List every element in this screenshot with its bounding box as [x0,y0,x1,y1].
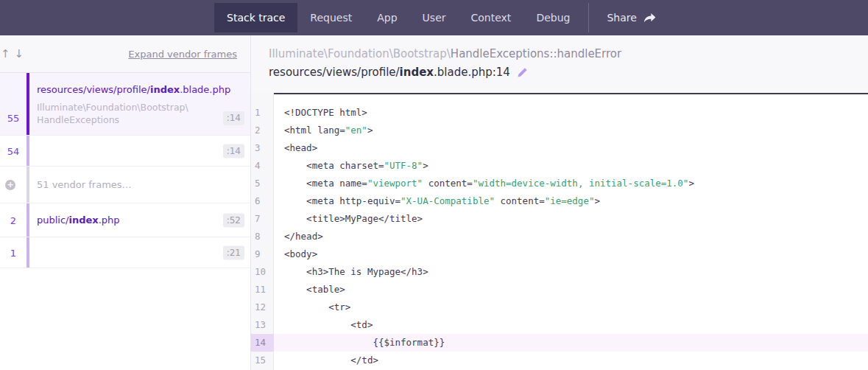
vendor-frames-group[interactable]: +51 vendor frames… [0,167,250,203]
code-line-text: <td> [274,316,868,334]
code-line-text: <!DOCTYPE html> [274,104,868,122]
stack-frame-55[interactable]: 55resources/views/profile/index.blade.ph… [0,73,250,136]
stack-frame-list: 55resources/views/profile/index.blade.ph… [0,73,250,268]
code-line-text: <meta name="viewport" content="width=dev… [274,175,868,192]
code-line-text: <head> [274,139,868,157]
frame-namespace: Illuminate\Foundation\Bootstrap\ [269,47,451,60]
tab-bar: Stack traceRequestAppUserContextDebug [214,0,582,35]
line-number-badge: :14 [223,144,244,158]
tab-user[interactable]: User [410,3,459,32]
arrow-up-icon[interactable]: ↑ [1,47,15,60]
code-line-11: 11 <table> [251,281,868,299]
frame-method: HandleExceptions::handleError [451,47,621,60]
gutter-line-number: 8 [251,228,274,245]
code-line-text: <body> [274,245,868,263]
frame-content: public/index.php [37,203,216,237]
vendor-frames-label: 51 vendor frames… [37,167,216,203]
code-lines: 1<!DOCTYPE html>2<html lang="en">3<head>… [251,93,868,369]
code-line-5: 5 <meta name="viewport" content="width=d… [251,175,868,192]
frame-file-path: resources/views/profile/index.blade.php:… [269,66,510,79]
gutter-line-number: 7 [251,210,274,228]
line-number-badge: :52 [223,213,244,227]
frame-indicator-bar [27,73,29,135]
code-line-text: <tr> [274,299,868,316]
code-line-4: 4 <meta charset="UTF-8"> [251,157,868,175]
tab-app[interactable]: App [364,3,409,32]
main-panel: Illuminate\Foundation\Bootstrap\HandleEx… [251,35,868,370]
gutter-line-number: 15 [251,352,274,369]
share-arrow-icon [643,13,656,24]
frame-file-path: public/index.php [37,214,120,226]
arrow-down-icon[interactable]: ↓ [15,47,29,60]
code-line-text: </head> [274,228,868,245]
code-line-text: {{$informat}} [274,334,868,352]
frame-file-path: resources/views/profile/index.blade.php [37,83,216,96]
frame-indicator-bar [27,237,29,268]
gutter-line-number: 9 [251,245,274,263]
code-line-3: 3<head> [251,139,868,157]
gutter-line-number: 14 [251,334,274,352]
tab-stack-trace[interactable]: Stack trace [214,3,297,32]
frame-number: 54 [0,145,27,156]
code-line-13: 13 <td> [251,316,868,334]
code-line-text: </td> [274,352,868,369]
code-line-10: 10 <h3>The is Mypage</h3> [251,263,868,281]
stack-frame-2[interactable]: 2public/index.php:52 [0,203,250,237]
code-line-text: <meta charset="UTF-8"> [274,157,868,175]
line-number-badge: :14 [223,111,244,125]
topbar-divider [588,3,589,32]
frame-indicator-bar [27,167,29,203]
gutter-line-number: 1 [251,104,274,122]
code-line-1: 1<!DOCTYPE html> [251,104,868,122]
code-line-2: 2<html lang="en"> [251,122,868,139]
frame-indicator-bar [27,136,29,166]
code-line-text: <meta http-equiv="X-UA-Compatible" conte… [274,192,868,210]
line-number-badge: :21 [223,245,244,259]
frame-number: 2 [0,214,27,226]
code-line-text: <table> [274,281,868,299]
tab-debug[interactable]: Debug [523,3,582,32]
gutter-line-number: 10 [251,263,274,281]
stack-frame-54[interactable]: 54:14 [0,136,250,167]
gutter-line-number: 2 [251,122,274,139]
gutter-line-number: 6 [251,192,274,210]
gutter-line-number: 5 [251,175,274,192]
frame-number: 55 [0,113,27,124]
sidebar-header: ↑↓ Expand vendor frames [0,35,250,73]
tab-context[interactable]: Context [459,3,524,32]
frame-content: resources/views/profile/index.blade.phpI… [37,73,216,135]
code-line-12: 12 <tr> [251,299,868,316]
frame-file-line: resources/views/profile/index.blade.php:… [269,66,850,79]
code-line-text: <title>MyPage</title> [274,210,868,228]
code-editor: 1<!DOCTYPE html>2<html lang="en">3<head>… [251,93,868,370]
share-label: Share [607,12,636,24]
page-body: ↑↓ Expand vendor frames 55resources/view… [0,35,868,370]
gutter-line-number: 12 [251,299,274,316]
code-line-8: 8</head> [251,228,868,245]
edit-pencil-icon[interactable] [517,67,528,78]
frame-indicator-bar [27,203,29,237]
gutter-line-number: 4 [251,157,274,175]
frame-class-name: Illuminate\Foundation\Bootstrap\HandleEx… [37,101,216,126]
frame-header: Illuminate\Foundation\Bootstrap\HandleEx… [251,35,868,93]
stack-frame-1[interactable]: 1:21 [0,237,250,268]
expand-plus-icon[interactable]: + [5,180,15,190]
code-line-14: 14 {{$informat}} [251,334,868,352]
code-line-9: 9<body> [251,245,868,263]
code-line-text: <html lang="en"> [274,122,868,139]
gutter-line-number: 3 [251,139,274,157]
frame-number: 1 [0,247,27,258]
code-line-7: 7 <title>MyPage</title> [251,210,868,228]
expand-vendor-frames-link[interactable]: Expand vendor frames [128,49,237,60]
share-button[interactable]: Share [596,3,666,32]
stack-trace-sidebar: ↑↓ Expand vendor frames 55resources/view… [0,35,251,370]
top-bar: Stack traceRequestAppUserContextDebug Sh… [0,0,868,35]
code-line-6: 6 <meta http-equiv="X-UA-Compatible" con… [251,192,868,210]
code-line-15: 15 </td> [251,352,868,369]
frame-method-line: Illuminate\Foundation\Bootstrap\HandleEx… [269,47,850,60]
code-line-text: <h3>The is Mypage</h3> [274,263,868,281]
gutter-line-number: 11 [251,281,274,299]
gutter-line-number: 13 [251,316,274,334]
tab-request[interactable]: Request [297,3,364,32]
frame-nav-arrows[interactable]: ↑↓ [0,47,28,60]
